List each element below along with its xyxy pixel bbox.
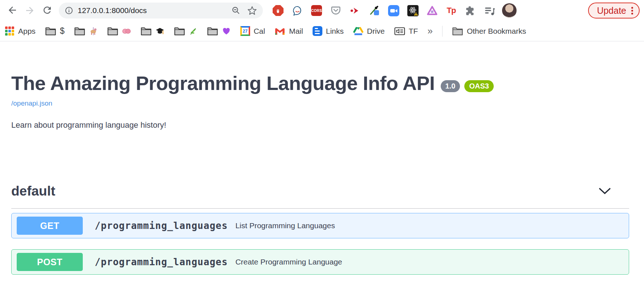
oas3-badge: OAS3	[464, 80, 493, 92]
drive-icon	[353, 26, 363, 36]
folder-icon	[45, 26, 56, 36]
other-bookmarks[interactable]: Other Bookmarks	[452, 26, 526, 36]
address-bar[interactable]: 127.0.0.1:8000/docs	[59, 3, 263, 19]
cors-label: CORS	[311, 5, 322, 16]
dollar-sign-icon: $	[60, 26, 65, 36]
bookmark-folder-graduation[interactable]	[140, 26, 164, 36]
back-icon	[7, 5, 18, 17]
color-picker-icon[interactable]	[368, 5, 380, 16]
mail-label: Mail	[289, 27, 303, 36]
drive-label: Drive	[367, 27, 385, 36]
herb-icon	[189, 27, 197, 36]
folder-icon	[452, 26, 463, 36]
url-text: 127.0.0.1:8000/docs	[78, 6, 225, 15]
section-title: default	[11, 184, 55, 199]
folder-icon	[107, 26, 118, 36]
react-devtools-icon[interactable]	[407, 5, 419, 16]
zoom-out-icon[interactable]	[231, 6, 241, 15]
apps-shortcut[interactable]: Apps	[5, 26, 36, 36]
other-bookmarks-label: Other Bookmarks	[467, 27, 526, 36]
links-icon	[313, 26, 322, 36]
music-playlist-icon[interactable]	[484, 5, 496, 16]
cal-label: Cal	[254, 27, 265, 36]
section-header[interactable]: default	[11, 184, 629, 209]
calendar-day: 27	[242, 29, 247, 34]
update-label: Update	[597, 5, 626, 16]
chevron-down-icon	[598, 187, 612, 195]
folder-icon	[140, 26, 152, 36]
puzzle-extensions-icon[interactable]	[465, 5, 476, 16]
bookmark-folder-carousel[interactable]	[74, 26, 98, 36]
api-description: Learn about programming language history…	[11, 120, 644, 130]
purple-heart-icon	[222, 27, 231, 36]
bookmark-tf[interactable]: TF	[394, 26, 418, 36]
apps-label: Apps	[18, 27, 36, 36]
redirect-icon[interactable]	[349, 5, 361, 16]
folder-icon	[74, 26, 85, 36]
bookmark-calendar[interactable]: 27 Cal	[240, 26, 265, 36]
bookmark-folder-dollar[interactable]: $	[45, 26, 65, 36]
folder-icon	[207, 26, 218, 36]
tf-bookmark-icon	[394, 26, 405, 36]
operation-path: /programming_languages	[95, 257, 228, 267]
page-title: The Amazing Programming Language Info AP…	[11, 72, 435, 94]
collapse-section-button[interactable]	[598, 187, 612, 195]
zoom-meeting-icon[interactable]	[388, 5, 399, 16]
bookmarks-divider	[442, 26, 443, 37]
recycle-icon[interactable]	[426, 5, 438, 16]
version-badge: 1.0	[441, 80, 460, 92]
links-label: Links	[326, 27, 344, 36]
forward-button[interactable]	[21, 2, 38, 19]
profile-avatar[interactable]	[502, 3, 517, 18]
post-method-badge: POST	[17, 253, 83, 271]
swagger-docs-page: The Amazing Programming Language Info AP…	[0, 72, 644, 275]
operation-summary: Create Programming Language	[235, 258, 342, 266]
bookmarks-overflow-chevron[interactable]: »	[427, 25, 432, 37]
bookmark-folder-brain[interactable]	[107, 26, 131, 36]
chat-bubble-icon[interactable]	[292, 5, 303, 16]
get-method-badge: GET	[17, 217, 83, 235]
openapi-json-link[interactable]: /openapi.json	[11, 99, 52, 107]
forward-icon	[24, 5, 35, 16]
bookmark-star-icon[interactable]	[247, 6, 257, 16]
folder-icon	[174, 26, 185, 36]
bookmark-folder-herb[interactable]	[174, 26, 197, 36]
opblock-get-programming-languages[interactable]: GET /programming_languages List Programm…	[11, 213, 629, 238]
extensions-row: CORS Tp	[272, 5, 496, 16]
brain-icon	[122, 27, 131, 35]
content-blocker-icon[interactable]	[272, 5, 284, 16]
bookmark-folder-heart[interactable]	[207, 26, 231, 36]
apps-grid-icon	[5, 26, 15, 36]
cors-icon[interactable]: CORS	[311, 5, 322, 16]
graduation-cap-icon	[155, 27, 164, 36]
touch-portal-icon[interactable]: Tp	[445, 5, 457, 16]
update-button[interactable]: Update	[588, 3, 640, 19]
operation-path: /programming_languages	[95, 220, 228, 231]
bookmark-mail[interactable]: Mail	[274, 27, 303, 36]
carousel-horse-icon	[89, 27, 98, 36]
back-button[interactable]	[4, 2, 21, 19]
browser-toolbar: 127.0.0.1:8000/docs CORS	[0, 0, 644, 21]
browser-menu-icon	[631, 10, 633, 12]
calendar-icon: 27	[240, 26, 250, 36]
overflow-icon: »	[427, 25, 432, 37]
tf-label: TF	[409, 27, 418, 36]
opblock-post-programming-languages[interactable]: POST /programming_languages Create Progr…	[11, 249, 629, 275]
reload-icon	[42, 5, 53, 17]
bookmarks-bar: Apps $ 27 Cal Mail Links Drive	[0, 21, 644, 41]
bookmark-drive[interactable]: Drive	[353, 26, 385, 36]
default-section: default GET /programming_languages List …	[11, 184, 629, 275]
bookmark-links[interactable]: Links	[313, 26, 344, 36]
operation-summary: List Programming Languages	[235, 221, 335, 230]
site-info-icon[interactable]	[65, 6, 73, 15]
tp-label: Tp	[447, 6, 456, 15]
gmail-icon	[274, 27, 285, 36]
reload-button[interactable]	[38, 2, 56, 19]
pocket-icon[interactable]	[330, 5, 342, 16]
